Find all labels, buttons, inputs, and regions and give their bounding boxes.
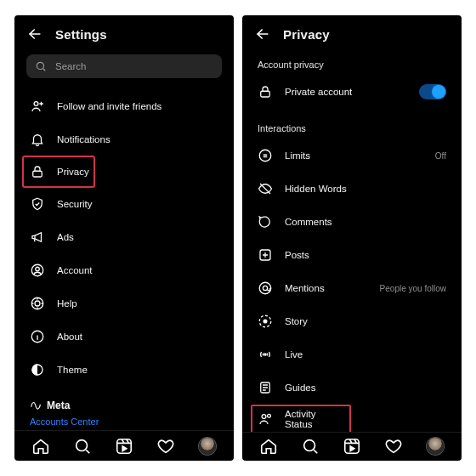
nav-story[interactable]: Story bbox=[254, 305, 450, 337]
tab-profile[interactable] bbox=[197, 436, 218, 456]
tab-profile[interactable] bbox=[425, 436, 445, 456]
nav-comments[interactable]: Comments bbox=[254, 206, 450, 238]
privacy-content: Account privacy Private account Interact… bbox=[242, 51, 462, 432]
back-icon[interactable] bbox=[26, 26, 43, 42]
row-label: Limits bbox=[285, 150, 423, 161]
back-icon[interactable] bbox=[254, 26, 271, 42]
svg-rect-10 bbox=[117, 439, 132, 453]
svg-point-1 bbox=[34, 102, 38, 106]
svg-point-20 bbox=[262, 415, 266, 419]
lock-icon bbox=[258, 84, 273, 99]
svg-point-9 bbox=[76, 439, 87, 450]
page-title: Settings bbox=[55, 27, 107, 42]
nav-security[interactable]: Security bbox=[26, 188, 222, 220]
svg-point-18 bbox=[264, 354, 266, 355]
tab-activity[interactable] bbox=[156, 436, 176, 456]
guides-icon bbox=[258, 380, 273, 395]
nav-privacy[interactable]: Privacy bbox=[23, 156, 94, 187]
settings-screen: Settings Search Follow and invite friend… bbox=[14, 15, 234, 461]
nav-notifications[interactable]: Notifications bbox=[26, 123, 222, 156]
interactions-heading: Interactions bbox=[254, 115, 450, 139]
privacy-header: Privacy bbox=[242, 15, 462, 51]
private-account-toggle[interactable] bbox=[419, 84, 446, 99]
avatar-icon bbox=[199, 438, 216, 455]
row-label: Account bbox=[57, 265, 218, 275]
svg-rect-2 bbox=[33, 171, 42, 177]
nav-posts[interactable]: Posts bbox=[254, 239, 450, 271]
row-tail: People you follow bbox=[380, 284, 446, 293]
private-account-row[interactable]: Private account bbox=[254, 76, 450, 108]
tab-search[interactable] bbox=[300, 436, 320, 456]
live-icon bbox=[258, 347, 273, 362]
account-privacy-heading: Account privacy bbox=[254, 51, 450, 75]
privacy-screen: Privacy Account privacy Private account … bbox=[242, 15, 462, 461]
row-label: Theme bbox=[57, 365, 218, 375]
tab-bar bbox=[242, 432, 462, 461]
svg-point-15 bbox=[263, 286, 267, 290]
bell-icon bbox=[30, 132, 45, 147]
tab-bar bbox=[14, 430, 234, 461]
lock-icon bbox=[30, 164, 45, 179]
activity-status-icon bbox=[258, 411, 273, 427]
row-label: Notifications bbox=[57, 134, 218, 144]
meta-brand: Meta bbox=[30, 400, 218, 411]
nav-mentions[interactable]: Mentions People you follow bbox=[254, 272, 450, 304]
row-label: Posts bbox=[285, 250, 446, 260]
row-label: About bbox=[57, 332, 218, 342]
svg-point-4 bbox=[36, 267, 40, 271]
nav-limits[interactable]: Limits Off bbox=[254, 139, 450, 172]
limits-icon bbox=[258, 148, 273, 163]
row-label: Private account bbox=[285, 87, 407, 97]
row-label: Security bbox=[57, 199, 218, 209]
tab-activity[interactable] bbox=[383, 436, 404, 456]
search-icon bbox=[35, 60, 47, 72]
mention-icon bbox=[258, 280, 273, 296]
svg-point-6 bbox=[35, 301, 40, 306]
svg-point-17 bbox=[264, 320, 267, 323]
meta-logo-icon bbox=[30, 400, 42, 411]
page-title: Privacy bbox=[283, 27, 330, 42]
search-input[interactable]: Search bbox=[26, 54, 222, 78]
meta-section: Meta Accounts Center Control settings fo… bbox=[26, 400, 222, 430]
accounts-center-link[interactable]: Accounts Center bbox=[30, 416, 218, 427]
svg-point-12 bbox=[259, 150, 271, 162]
tab-home[interactable] bbox=[31, 436, 51, 456]
search-placeholder: Search bbox=[55, 61, 86, 71]
nav-account[interactable]: Account bbox=[26, 254, 222, 286]
account-icon bbox=[30, 263, 45, 278]
help-icon bbox=[30, 296, 45, 311]
tab-home[interactable] bbox=[258, 436, 279, 456]
posts-icon bbox=[258, 247, 273, 263]
row-label: Live bbox=[285, 349, 446, 360]
svg-point-0 bbox=[37, 62, 43, 69]
nav-activity-status[interactable]: Activity Status bbox=[251, 405, 351, 432]
svg-rect-24 bbox=[345, 439, 360, 454]
nav-about[interactable]: About bbox=[26, 320, 222, 353]
nav-theme[interactable]: Theme bbox=[26, 354, 222, 386]
shield-icon bbox=[30, 196, 45, 212]
svg-point-14 bbox=[259, 282, 271, 294]
hidden-icon bbox=[258, 181, 273, 196]
nav-ads[interactable]: Ads bbox=[26, 221, 222, 253]
nav-follow-invite[interactable]: Follow and invite friends bbox=[26, 90, 222, 122]
info-icon bbox=[30, 329, 45, 344]
nav-help[interactable]: Help bbox=[26, 287, 222, 320]
row-label: Mentions bbox=[285, 283, 368, 293]
megaphone-icon bbox=[30, 230, 45, 245]
theme-icon bbox=[30, 362, 45, 377]
settings-content: Search Follow and invite friends Notific… bbox=[14, 51, 234, 430]
nav-live[interactable]: Live bbox=[254, 338, 450, 371]
meta-brand-text: Meta bbox=[47, 400, 70, 411]
tab-reels[interactable] bbox=[342, 436, 362, 456]
row-label: Follow and invite friends bbox=[57, 101, 218, 111]
nav-guides[interactable]: Guides bbox=[254, 371, 450, 404]
nav-hidden-words[interactable]: Hidden Words bbox=[254, 173, 450, 205]
tab-search[interactable] bbox=[72, 436, 93, 456]
svg-rect-11 bbox=[261, 91, 270, 97]
tab-reels[interactable] bbox=[114, 436, 134, 456]
row-label: Help bbox=[57, 298, 218, 309]
row-label: Comments bbox=[285, 217, 446, 227]
row-label: Privacy bbox=[57, 167, 89, 177]
story-icon bbox=[258, 314, 273, 329]
comment-icon bbox=[258, 214, 273, 230]
